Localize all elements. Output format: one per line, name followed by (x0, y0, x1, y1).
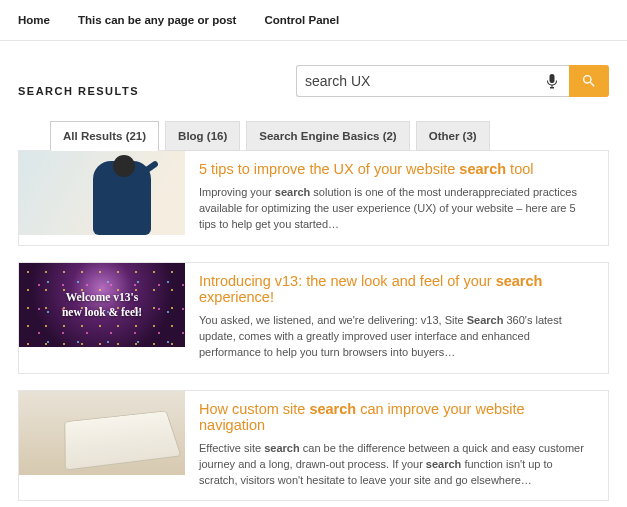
tabs: All Results (21) Blog (16) Search Engine… (0, 107, 627, 151)
tab-blog[interactable]: Blog (16) (165, 121, 240, 151)
nav-link-control-panel[interactable]: Control Panel (264, 14, 339, 26)
top-nav: Home This can be any page or post Contro… (0, 0, 627, 41)
tab-search-engine-basics[interactable]: Search Engine Basics (2) (246, 121, 409, 151)
result-thumbnail[interactable] (19, 391, 185, 475)
search-icon (581, 73, 597, 89)
nav-link-anypage[interactable]: This can be any page or post (78, 14, 236, 26)
search-button[interactable] (569, 65, 609, 97)
nav-link-home[interactable]: Home (18, 14, 50, 26)
search-field-wrap (296, 65, 569, 97)
tab-other[interactable]: Other (3) (416, 121, 490, 151)
result-content: Introducing v13: the new look and feel o… (185, 263, 608, 373)
result-snippet: Improving your search solution is one of… (199, 185, 594, 233)
result-item: 5 tips to improve the UX of your website… (18, 150, 609, 246)
header-row: SEARCH RESULTS (0, 41, 627, 107)
result-title[interactable]: Introducing v13: the new look and feel o… (199, 273, 594, 305)
result-title[interactable]: How custom site search can improve your … (199, 401, 594, 433)
result-content: 5 tips to improve the UX of your website… (185, 151, 608, 245)
tab-all-results[interactable]: All Results (21) (50, 121, 159, 151)
result-thumbnail[interactable] (19, 151, 185, 235)
result-snippet: You asked, we listened, and we're delive… (199, 313, 594, 361)
result-snippet: Effective site search can be the differe… (199, 441, 594, 489)
result-content: How custom site search can improve your … (185, 391, 608, 501)
search-input[interactable] (305, 73, 543, 89)
mic-icon[interactable] (543, 73, 561, 89)
results-list: 5 tips to improve the UX of your website… (0, 150, 627, 507)
result-thumbnail[interactable]: Welcome v13'snew look & feel! (19, 263, 185, 347)
search-box (296, 65, 609, 97)
result-item: Welcome v13'snew look & feel! Introducin… (18, 262, 609, 374)
page-title: SEARCH RESULTS (18, 85, 139, 97)
result-item: How custom site search can improve your … (18, 390, 609, 502)
result-title[interactable]: 5 tips to improve the UX of your website… (199, 161, 594, 177)
thumbnail-overlay-text: Welcome v13'snew look & feel! (62, 290, 142, 319)
